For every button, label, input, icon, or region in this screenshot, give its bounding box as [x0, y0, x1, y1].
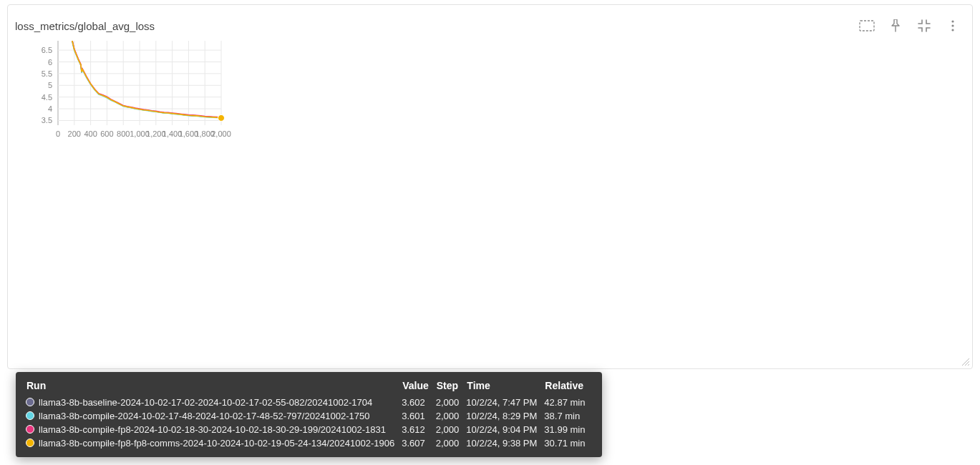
col-value: Value	[402, 379, 436, 396]
step-cell: 2,000	[436, 396, 467, 409]
run-tooltip: Run Value Step Time Relative llama3-8b-b…	[16, 372, 602, 457]
tooltip-table: Run Value Step Time Relative llama3-8b-b…	[26, 379, 592, 450]
step-cell: 2,000	[436, 436, 467, 450]
time-cell: 10/2/24, 7:47 PM	[466, 396, 544, 409]
col-step: Step	[436, 379, 467, 396]
run-cell: llama3-8b-compile-fp8-fp8-comms-2024-10-…	[26, 436, 402, 450]
run-swatch	[26, 411, 34, 420]
run-cell: llama3-8b-compile-2024-10-02-17-48-2024-…	[26, 409, 402, 423]
svg-text:400: 400	[84, 129, 97, 138]
run-swatch	[26, 439, 34, 447]
relative-cell: 38.7 min	[544, 409, 592, 423]
endpoint-marker	[218, 114, 225, 121]
svg-text:4.5: 4.5	[42, 93, 52, 102]
box-select-icon[interactable]	[855, 14, 879, 38]
value-cell: 3.607	[402, 436, 436, 450]
svg-text:4: 4	[48, 104, 52, 113]
chart-title: loss_metrics/global_avg_loss	[15, 20, 850, 32]
time-cell: 10/2/24, 9:04 PM	[466, 423, 544, 436]
tooltip-row: llama3-8b-compile-2024-10-02-17-48-2024-…	[26, 409, 592, 423]
tooltip-body: llama3-8b-baseline-2024-10-02-17-02-2024…	[26, 396, 592, 450]
svg-text:5.5: 5.5	[42, 69, 52, 78]
resize-handle-icon[interactable]	[961, 357, 971, 367]
tooltip-row: llama3-8b-baseline-2024-10-02-17-02-2024…	[26, 396, 592, 409]
y-axis-labels: 3.544.555.566.5	[42, 46, 52, 124]
relative-cell: 31.99 min	[544, 423, 592, 436]
time-cell: 10/2/24, 8:29 PM	[466, 409, 544, 423]
time-cell: 10/2/24, 9:38 PM	[466, 436, 544, 450]
chart-card: loss_metrics/global_avg_loss 02004006008…	[7, 4, 973, 369]
svg-rect-0	[860, 21, 874, 31]
svg-text:600: 600	[100, 129, 113, 138]
endpoint-markers	[218, 114, 225, 121]
col-relative: Relative	[544, 379, 592, 396]
run-swatch	[26, 425, 34, 434]
chart-plot[interactable]: 02004006008001,0001,2001,4001,6001,8002,…	[28, 38, 243, 145]
run-cell: llama3-8b-compile-fp8-2024-10-02-18-30-2…	[26, 423, 402, 436]
tooltip-row: llama3-8b-compile-fp8-2024-10-02-18-30-2…	[26, 423, 592, 436]
collapse-icon[interactable]	[912, 14, 936, 38]
run-cell: llama3-8b-baseline-2024-10-02-17-02-2024…	[26, 396, 402, 409]
svg-point-2	[951, 24, 954, 26]
col-time: Time	[466, 379, 544, 396]
x-axis-labels: 02004006008001,0001,2001,4001,6001,8002,…	[56, 129, 231, 138]
more-icon[interactable]	[941, 14, 965, 38]
svg-text:5: 5	[48, 81, 52, 89]
col-run: Run	[26, 379, 402, 396]
x-grid	[58, 41, 221, 125]
step-cell: 2,000	[436, 423, 467, 436]
value-cell: 3.612	[402, 423, 436, 436]
pin-icon[interactable]	[883, 14, 908, 38]
relative-cell: 42.87 min	[544, 396, 592, 409]
value-cell: 3.601	[402, 409, 436, 423]
svg-text:6: 6	[48, 58, 52, 67]
run-swatch	[26, 398, 34, 406]
tooltip-row: llama3-8b-compile-fp8-fp8-comms-2024-10-…	[26, 436, 592, 450]
relative-cell: 30.71 min	[544, 436, 592, 450]
svg-text:2,000: 2,000	[211, 129, 231, 138]
svg-text:800: 800	[117, 129, 130, 138]
svg-text:0: 0	[56, 129, 60, 138]
svg-text:3.5: 3.5	[42, 116, 52, 124]
svg-point-3	[951, 29, 954, 31]
svg-point-1	[951, 20, 954, 22]
svg-text:6.5: 6.5	[42, 46, 52, 54]
value-cell: 3.602	[402, 396, 436, 409]
step-cell: 2,000	[436, 409, 467, 423]
card-header: loss_metrics/global_avg_loss	[15, 18, 965, 34]
svg-text:200: 200	[68, 129, 81, 138]
